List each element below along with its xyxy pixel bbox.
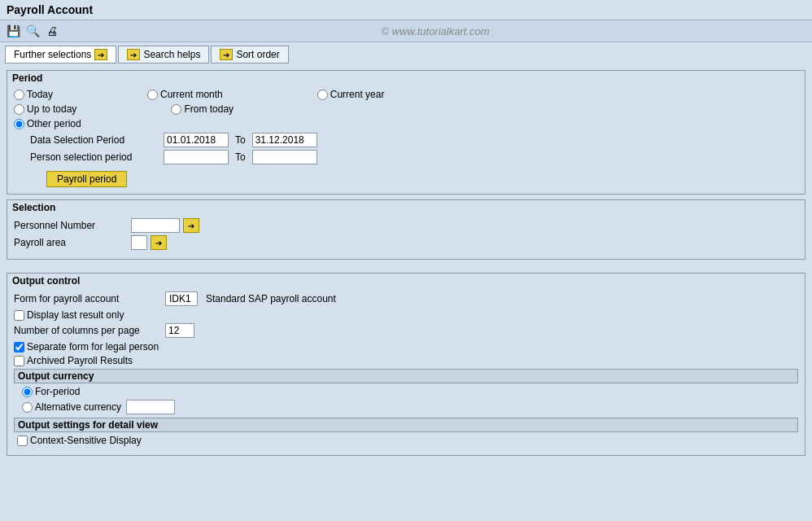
tab-further-selections[interactable]: Further selections ➔ <box>5 46 116 63</box>
toolbar: 💾 🔍 🖨 © www.tutorialkart.com <box>0 20 812 42</box>
alternative-currency-text: Alternative currency <box>35 401 121 413</box>
selection-section: Selection Personnel Number ➔ Payroll are… <box>7 199 805 260</box>
watermark: © www.tutorialkart.com <box>63 25 807 37</box>
period-section: Period Today Current month Current year <box>7 70 805 195</box>
radio-other-period-input[interactable] <box>14 119 24 129</box>
context-sensitive-label[interactable]: Context-Sensitive Display <box>17 435 798 446</box>
person-selection-to-input[interactable] <box>252 150 317 164</box>
form-payroll-label: Form for payroll account <box>14 293 160 304</box>
output-control-content: Form for payroll account IDK1 Standard S… <box>7 288 805 455</box>
payroll-area-nav-btn[interactable]: ➔ <box>151 235 167 250</box>
archived-payroll-text: Archived Payroll Results <box>27 355 133 366</box>
radio-current-month-input[interactable] <box>147 90 158 100</box>
output-control-title: Output control <box>7 274 805 288</box>
period-row-2: Up to today From today <box>14 103 798 115</box>
separate-form-label[interactable]: Separate form for legal person <box>14 341 798 352</box>
search-helps-arrow: ➔ <box>127 49 140 60</box>
from-today-label: From today <box>184 103 234 115</box>
context-sensitive-checkbox[interactable] <box>17 436 28 446</box>
payroll-area-label: Payroll area <box>14 237 128 248</box>
form-payroll-row: Form for payroll account IDK1 Standard S… <box>14 291 798 306</box>
display-last-result-checkbox[interactable] <box>14 310 24 321</box>
personnel-number-row: Personnel Number ➔ <box>14 218 798 233</box>
selection-title: Selection <box>7 200 805 215</box>
selection-content: Personnel Number ➔ Payroll area ➔ <box>7 215 805 259</box>
find-icon[interactable]: 🔍 <box>24 23 41 39</box>
search-helps-label: Search helps <box>143 49 200 60</box>
sort-order-label: Sort order <box>236 49 279 60</box>
page-title: Payroll Account <box>0 0 812 20</box>
payroll-area-row: Payroll area ➔ <box>14 235 798 250</box>
form-description: Standard SAP payroll account <box>206 293 336 304</box>
context-sensitive-text: Context-Sensitive Display <box>30 435 142 446</box>
data-selection-from-input[interactable] <box>164 133 229 147</box>
other-period-label: Other period <box>27 118 81 129</box>
period-title: Period <box>7 71 805 85</box>
for-period-label[interactable]: For-period <box>22 386 798 397</box>
archived-payroll-label[interactable]: Archived Payroll Results <box>14 355 798 366</box>
columns-label: Number of columns per page <box>14 325 160 336</box>
for-period-radio[interactable] <box>22 387 33 397</box>
main-content: Period Today Current month Current year <box>0 67 812 459</box>
sort-order-arrow: ➔ <box>220 49 233 60</box>
output-currency-title: Output currency <box>14 369 798 383</box>
separate-form-checkbox[interactable] <box>14 342 24 352</box>
person-selection-row: Person selection period To <box>14 150 798 164</box>
alternative-currency-radio[interactable] <box>22 402 33 413</box>
tab-sort-order[interactable]: ➔ Sort order <box>211 46 288 63</box>
current-month-label: Current month <box>160 89 223 100</box>
tabs-bar: Further selections ➔ ➔ Search helps ➔ So… <box>0 42 812 67</box>
print-icon[interactable]: 🖨 <box>44 23 60 39</box>
archived-payroll-checkbox[interactable] <box>14 356 24 366</box>
columns-input[interactable] <box>165 323 194 338</box>
personnel-number-input[interactable] <box>131 218 180 233</box>
radio-from-today[interactable]: From today <box>171 103 234 115</box>
data-selection-row: Data Selection Period To <box>14 133 798 147</box>
tab-search-helps[interactable]: ➔ Search helps <box>118 46 209 63</box>
period-row-3: Other period <box>14 118 798 129</box>
personnel-number-nav-btn[interactable]: ➔ <box>183 218 199 233</box>
payroll-area-input[interactable] <box>131 235 147 250</box>
further-selections-label: Further selections <box>14 49 91 60</box>
person-selection-from-input[interactable] <box>164 150 229 164</box>
display-last-result-text: Display last result only <box>27 309 124 321</box>
save-icon[interactable]: 💾 <box>5 23 21 39</box>
today-label: Today <box>27 89 53 100</box>
data-selection-to-label: To <box>235 134 246 146</box>
person-selection-label: Person selection period <box>30 151 160 163</box>
period-row-1: Today Current month Current year <box>14 89 798 100</box>
payroll-period-button[interactable]: Payroll period <box>46 171 127 187</box>
period-content: Today Current month Current year Up to t… <box>7 85 805 194</box>
radio-up-to-today[interactable]: Up to today <box>14 103 76 115</box>
person-selection-to-label: To <box>235 151 246 163</box>
radio-up-to-today-input[interactable] <box>14 104 24 115</box>
alternative-currency-input[interactable] <box>126 400 175 414</box>
output-settings-title: Output settings for detail view <box>14 418 798 432</box>
up-to-today-label: Up to today <box>27 103 76 115</box>
radio-today[interactable]: Today <box>14 89 53 100</box>
radio-current-year-input[interactable] <box>317 90 328 100</box>
data-selection-to-input[interactable] <box>252 133 317 147</box>
radio-current-month[interactable]: Current month <box>147 89 223 100</box>
data-selection-label: Data Selection Period <box>30 134 160 146</box>
columns-row: Number of columns per page <box>14 323 798 338</box>
output-control-section: Output control Form for payroll account … <box>7 273 805 456</box>
radio-other-period[interactable]: Other period <box>14 118 81 129</box>
radio-from-today-input[interactable] <box>171 104 181 115</box>
radio-current-year[interactable]: Current year <box>317 89 385 100</box>
current-year-label: Current year <box>330 89 385 100</box>
personnel-number-label: Personnel Number <box>14 220 128 231</box>
form-value: IDK1 <box>165 291 198 306</box>
alternative-currency-label[interactable]: Alternative currency <box>22 401 121 413</box>
radio-today-input[interactable] <box>14 90 24 100</box>
display-last-result-label[interactable]: Display last result only <box>14 309 798 321</box>
for-period-text: For-period <box>35 386 80 397</box>
further-selections-arrow: ➔ <box>94 49 107 60</box>
separate-form-text: Separate form for legal person <box>27 341 159 352</box>
